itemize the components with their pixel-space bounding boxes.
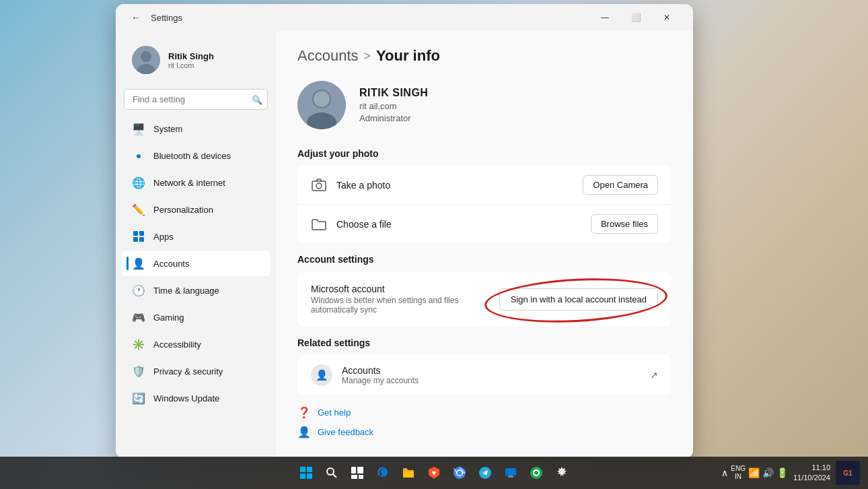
sidebar-item-update[interactable]: 🔄 Windows Update xyxy=(121,385,270,411)
close-button[interactable]: ✕ xyxy=(651,7,682,28)
sidebar-item-label: Windows Update xyxy=(153,393,219,403)
system-tray: ∧ ENGIN 📶 🔊 🔋 xyxy=(721,465,788,481)
profile-role: Administrator xyxy=(359,113,428,123)
breadcrumb-current: Your info xyxy=(376,47,440,65)
profile-email: rit ail.com xyxy=(359,101,428,111)
accounts-related-text: Accounts Manage my accounts xyxy=(342,365,641,385)
svg-point-12 xyxy=(316,183,322,189)
open-camera-button[interactable]: Open Camera xyxy=(583,175,658,195)
svg-rect-11 xyxy=(312,181,326,191)
sidebar-item-label: Apps xyxy=(153,232,174,242)
give-feedback-link[interactable]: 👤 Give feedback xyxy=(297,426,672,438)
microsoft-account-row: Microsoft account Windows is better when… xyxy=(297,271,672,327)
take-photo-label: Take a photo xyxy=(336,180,573,191)
get-help-label: Get help xyxy=(318,408,351,418)
adjust-photo-card: Take a photo Open Camera Choose a file B… xyxy=(297,166,672,243)
time-display: 11:10 xyxy=(793,463,830,473)
sidebar-profile[interactable]: Ritik Singh rit l.com xyxy=(121,39,270,81)
gaming-icon: 🎮 xyxy=(132,311,145,324)
search-input[interactable] xyxy=(124,89,268,110)
svg-rect-19 xyxy=(351,467,356,474)
sidebar-item-accounts[interactable]: 👤 Accounts xyxy=(121,251,270,276)
svg-rect-6 xyxy=(139,237,144,242)
settings-window: ← Settings — ⬜ ✕ Ritik Singh xyxy=(116,4,693,458)
svg-rect-23 xyxy=(403,471,414,478)
speaker-icon[interactable]: 🔊 xyxy=(762,467,774,478)
brave-browser-button[interactable] xyxy=(423,462,445,484)
search-taskbar-button[interactable] xyxy=(321,462,342,484)
sidebar-item-label: Time & language xyxy=(153,286,219,296)
corner-widget[interactable]: G1 xyxy=(836,461,860,485)
browse-files-button[interactable]: Browse files xyxy=(591,214,658,234)
chevron-up-icon[interactable]: ∧ xyxy=(721,467,728,478)
search-icon[interactable]: 🔍 xyxy=(252,94,262,104)
sidebar-item-label: Privacy & security xyxy=(153,366,223,377)
telegram-button[interactable] xyxy=(474,462,496,484)
screen-recorder-button[interactable] xyxy=(526,462,547,484)
battery-icon[interactable]: 🔋 xyxy=(776,467,788,478)
camera-icon xyxy=(311,177,327,193)
maximize-button[interactable]: ⬜ xyxy=(620,7,651,28)
sidebar-item-network[interactable]: 🌐 Network & internet xyxy=(121,170,270,195)
update-icon: 🔄 xyxy=(132,391,145,405)
svg-point-10 xyxy=(314,91,330,107)
window-title: Settings xyxy=(151,13,182,23)
wifi-icon[interactable]: 📶 xyxy=(748,467,760,478)
feedback-icon: 👤 xyxy=(297,426,311,438)
sidebar-item-system[interactable]: 🖥️ System xyxy=(121,116,270,141)
content-area: Accounts > Your info RITIK SINGH rit xyxy=(276,31,693,458)
microsoft-account-label: Microsoft account xyxy=(311,284,499,294)
sidebar-profile-email: rit l.com xyxy=(168,61,214,69)
accounts-icon: 👤 xyxy=(132,257,145,270)
minimize-button[interactable]: — xyxy=(589,7,620,28)
help-icon: ❓ xyxy=(297,406,311,419)
sidebar-item-bluetooth[interactable]: ● Bluetooth & devices xyxy=(121,143,270,168)
sidebar-item-time[interactable]: 🕐 Time & language xyxy=(121,278,270,303)
accounts-related-row[interactable]: 👤 Accounts Manage my accounts ↗ xyxy=(297,355,672,395)
sidebar-item-personalization[interactable]: ✏️ Personalization xyxy=(121,197,270,222)
file-explorer-button[interactable] xyxy=(398,462,419,484)
accounts-related-label: Accounts xyxy=(342,365,641,376)
sidebar-item-accessibility[interactable]: ✳️ Accessibility xyxy=(121,331,270,357)
task-view-button[interactable] xyxy=(347,462,368,484)
svg-point-17 xyxy=(327,468,334,475)
sidebar-item-label: Personalization xyxy=(153,205,213,215)
system-icon: 🖥️ xyxy=(132,122,145,135)
profile-details: RITIK SINGH rit ail.com Administrator xyxy=(359,87,428,123)
personalization-icon: ✏️ xyxy=(132,203,145,216)
sidebar: Ritik Singh rit l.com 🔍 🖥️ System ● Blue… xyxy=(116,31,276,458)
folder-icon xyxy=(311,216,327,232)
breadcrumb-parent[interactable]: Accounts xyxy=(297,47,359,65)
chrome-browser-button[interactable] xyxy=(449,462,470,484)
related-settings-title: Related settings xyxy=(297,337,672,348)
breadcrumb-separator: > xyxy=(364,49,371,63)
edge-browser-button[interactable] xyxy=(372,462,394,484)
svg-rect-4 xyxy=(139,231,144,236)
bluetooth-icon: ● xyxy=(132,149,145,162)
microsoft-account-desc: Windows is better when settings and file… xyxy=(311,296,499,315)
sidebar-item-apps[interactable]: Apps xyxy=(121,224,270,249)
svg-rect-31 xyxy=(509,476,513,476)
remote-desktop-button[interactable] xyxy=(500,462,521,484)
clock[interactable]: 11:10 11/10/2024 xyxy=(793,463,830,484)
profile-display-name: RITIK SINGH xyxy=(359,87,428,99)
account-settings-title: Account settings xyxy=(297,254,672,265)
lang-indicator[interactable]: ENGIN xyxy=(731,465,746,481)
related-settings-card: 👤 Accounts Manage my accounts ↗ xyxy=(297,355,672,395)
taskbar: ∧ ENGIN 📶 🔊 🔋 11:10 11/10/2024 G1 xyxy=(0,457,868,489)
local-account-button[interactable]: Sign in with a local account instead xyxy=(499,288,658,311)
svg-rect-22 xyxy=(359,475,363,479)
sidebar-item-gaming[interactable]: 🎮 Gaming xyxy=(121,304,270,330)
account-settings-card: Microsoft account Windows is better when… xyxy=(297,271,672,327)
svg-point-27 xyxy=(458,471,462,476)
sidebar-item-privacy[interactable]: 🛡️ Privacy & security xyxy=(121,358,270,384)
settings-taskbar-button[interactable] xyxy=(551,462,573,484)
sidebar-profile-name: Ritik Singh xyxy=(168,51,214,61)
start-button[interactable] xyxy=(295,462,317,484)
get-help-link[interactable]: ❓ Get help xyxy=(297,406,672,419)
svg-point-1 xyxy=(141,51,151,62)
sidebar-item-label: Gaming xyxy=(153,313,184,323)
window-body: Ritik Singh rit l.com 🔍 🖥️ System ● Blue… xyxy=(116,31,693,458)
back-button[interactable]: ← xyxy=(126,8,145,27)
adjust-photo-title: Adjust your photo xyxy=(297,148,672,159)
